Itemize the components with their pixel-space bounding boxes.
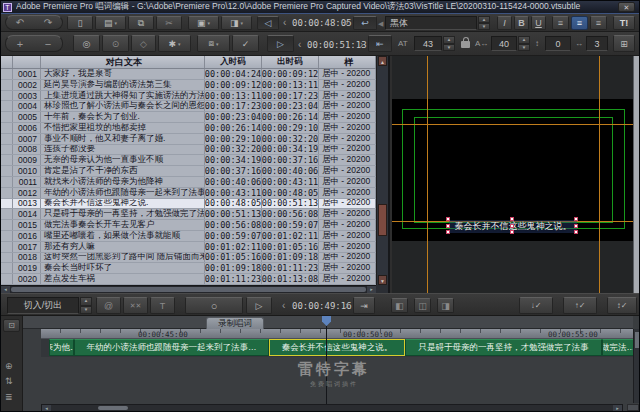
dropdown-arrow-icon[interactable]: ▾ <box>178 41 181 47</box>
stepper-down-icon[interactable]: ▼ <box>443 44 455 52</box>
dropdown-arrow-icon[interactable]: ▾ <box>208 20 211 26</box>
undo-button[interactable]: ↶ <box>16 17 24 28</box>
scrollbar-thumb[interactable] <box>378 204 387 236</box>
import-subtitle-button[interactable]: ▣▾ <box>188 16 219 30</box>
scroll-left-icon[interactable]: ◂ <box>42 405 51 411</box>
stepper-down-icon[interactable]: ▼ <box>518 44 530 52</box>
scroll-right-icon[interactable]: ▸ <box>367 286 376 293</box>
add-subtitle-button[interactable]: + <box>17 38 23 50</box>
header-number[interactable] <box>13 56 41 68</box>
play-button[interactable]: ▷ <box>246 297 272 314</box>
out-time-next-arrow[interactable]: › <box>360 36 363 53</box>
header-dialogue-text[interactable]: 对白文本 <box>41 56 205 68</box>
table-row[interactable]: 0002延尚昊导演参与编剧的谤法第三集00:00:09:1200:00:13:1… <box>1 80 376 91</box>
table-row[interactable]: 0001大家好，我是泉哥00:00:04:2400:00:09:12居中 - 2… <box>1 69 376 80</box>
in-time-prev-arrow[interactable]: ‹ <box>283 14 286 31</box>
table-row[interactable]: 0013秦会长并不信这些鬼神之说.00:00:48:0500:00:51:13居… <box>1 199 376 210</box>
title-style-button[interactable]: T! <box>613 16 635 30</box>
table-row[interactable]: 0019秦会长当时吓坏了00:01:09:1800:01:11:23居中 - 2… <box>1 263 376 274</box>
record-mode-select[interactable]: 切入/切出 <box>7 297 79 314</box>
font-size-select[interactable]: 43 <box>414 36 442 51</box>
track-options-button[interactable]: ⊡ <box>3 319 20 332</box>
table-row[interactable]: 0014只是碍于母亲的一再坚持，才勉强做完了法事00:00:51:1300:00… <box>1 209 376 220</box>
open-file-button[interactable]: ▤▾ <box>95 16 126 30</box>
scroll-left-icon[interactable]: ◂ <box>1 286 10 293</box>
timeline-horizontal-scrollbar[interactable]: ◂ ▸ <box>41 404 623 412</box>
font-size-stepper[interactable]: ▲▼ <box>443 36 455 51</box>
align-right-button[interactable]: ≡ <box>590 16 607 30</box>
align-left-button[interactable]: ≡ <box>552 16 569 30</box>
dropdown-arrow-icon[interactable]: ▾ <box>216 41 219 47</box>
table-row[interactable]: 0004林珍照也了解小谤法师与秦会长之间的恩怨00:00:17:2300:00:… <box>1 101 376 112</box>
font-family-select[interactable]: 黑体 <box>385 16 477 30</box>
timeline-vertical-scrollbar[interactable] <box>633 329 640 403</box>
tab-record-lyrics[interactable]: 录制唱词 <box>206 317 264 329</box>
time-next-arrow[interactable]: › <box>345 297 348 314</box>
redo-button[interactable]: ↷ <box>44 17 52 28</box>
table-horizontal-scrollbar[interactable]: ◂ ▸ <box>1 285 376 293</box>
table-row[interactable]: 0003上集进境通过跳大神得知了实施谤法的方法00:00:13:1100:00:… <box>1 91 376 102</box>
link-icon[interactable]: ⊕ <box>5 361 13 371</box>
header-select[interactable] <box>1 56 13 68</box>
header-in-timecode[interactable]: 入时码 <box>205 56 262 68</box>
italic-button[interactable]: I <box>497 16 512 30</box>
position-left-button[interactable]: ◧ <box>391 298 408 313</box>
text-mode-button[interactable]: T <box>150 297 175 314</box>
stepper-down-icon[interactable]: ▼ <box>478 23 490 30</box>
table-row[interactable]: 0008连孩子都没要00:00:32:2000:00:34:19居中 - 202… <box>1 145 376 156</box>
in-time-next-arrow[interactable]: › <box>345 14 348 31</box>
find-replace-button[interactable]: ⊙ <box>102 35 129 52</box>
position-center-button[interactable]: ◫ <box>414 298 431 313</box>
stepper-up-icon[interactable]: ▲ <box>80 297 92 306</box>
table-row[interactable]: 0020差点发生车祸00:01:11:2300:01:13:08居中 - 202… <box>1 274 376 285</box>
find-button[interactable]: ◎ <box>73 35 100 52</box>
header-out-timecode[interactable]: 出时码 <box>262 56 319 68</box>
font-family-stepper[interactable]: ▲▼ <box>478 16 490 30</box>
video-preview[interactable]: 秦会长并不信这些鬼神之说。 <box>392 56 640 293</box>
selection-handle[interactable] <box>574 224 578 228</box>
collapse-panel-arrow-icon[interactable]: ◀ <box>378 20 383 28</box>
stepper-down-icon[interactable]: ▼ <box>80 306 92 315</box>
time-prev-arrow[interactable]: ‹ <box>282 297 285 314</box>
dropdown-arrow-icon[interactable]: ▾ <box>241 20 244 26</box>
preview-scrollbar[interactable] <box>633 56 640 293</box>
align-center-button[interactable]: ≡ <box>571 16 588 30</box>
char-spacing-field[interactable]: 3 <box>586 36 608 51</box>
stepper-up-icon[interactable]: ▲ <box>478 16 490 23</box>
layers-icon[interactable]: ≣ <box>5 392 13 402</box>
selection-handle[interactable] <box>446 224 450 228</box>
stepper-up-icon[interactable]: ▲ <box>518 36 530 44</box>
preview-play-button[interactable]: ▷ <box>267 35 294 52</box>
table-row[interactable]: 0018这时突然一团黑影到了路中间 随后铺面而来00:01:05:1600:01… <box>1 253 376 264</box>
goto-playhead-button[interactable]: ⇥ <box>353 297 375 314</box>
cut-button[interactable]: ✂ <box>156 16 182 30</box>
table-row[interactable]: 0017那还有穷人嘛00:01:02:1100:01:05:16居中 - 202… <box>1 242 376 253</box>
selection-handle[interactable] <box>446 217 450 221</box>
position-right-button[interactable]: ◨ <box>437 298 454 313</box>
style-template-button[interactable]: ⊞ <box>613 35 635 52</box>
table-row[interactable]: 0009无奈的母亲认为他一直事业不顺00:00:34:1900:00:37:16… <box>1 155 376 166</box>
clear-marks-button[interactable]: ✕✕ <box>123 297 148 314</box>
scrollbar-thumb[interactable] <box>11 287 366 292</box>
kerning-stepper[interactable]: ▲▼ <box>518 36 530 51</box>
selection-handle[interactable] <box>574 217 578 221</box>
timeline-ruler[interactable]: 00:00:45:0000:00:50:0000:00:55:00 <box>41 329 633 339</box>
line-spacing-field[interactable]: 0 <box>545 36 571 51</box>
out-time-prev-arrow[interactable]: ‹ <box>298 36 301 53</box>
record-button[interactable]: ○ <box>185 297 243 314</box>
table-row[interactable]: 0005十年前，秦会长为了创业.00:00:23:0400:00:26:14居中… <box>1 112 376 123</box>
table-row[interactable]: 0011就找来小谤法师的母亲为他降神00:00:40:0600:00:43:11… <box>1 177 376 188</box>
stepper-up-icon[interactable]: ▲ <box>443 36 455 44</box>
tools-button[interactable]: ✱▾ <box>158 35 191 52</box>
dropdown-arrow-icon[interactable]: ▾ <box>115 20 118 26</box>
selection-handle[interactable] <box>574 230 578 234</box>
selection-handle[interactable] <box>510 217 514 221</box>
subtitle-clip[interactable]: 只是碍于母亲的一再坚持，才勉强做完了法事 <box>405 339 602 356</box>
close-button[interactable]: ✕ <box>618 2 635 12</box>
set-in-time-button[interactable]: ↓✓ <box>519 297 553 314</box>
new-subtitle-file-button[interactable]: ▯ <box>67 16 93 30</box>
table-row[interactable]: 0010肯定是沾了不干净的东西00:00:37:1600:00:40:06居中 … <box>1 166 376 177</box>
table-vertical-scrollbar[interactable]: ▲ ▼ <box>376 56 388 285</box>
scrollbar-thumb[interactable] <box>635 332 640 348</box>
kerning-select[interactable]: 40 <box>491 36 517 51</box>
